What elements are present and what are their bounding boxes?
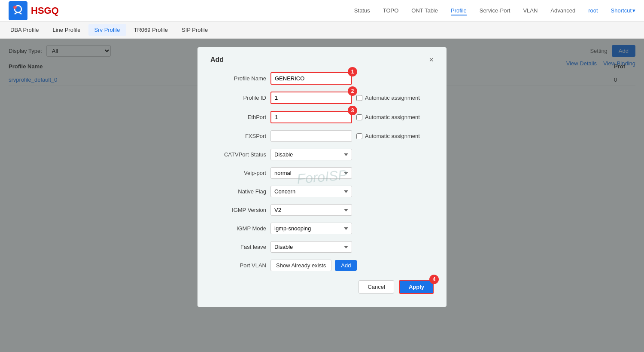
fxsport-label: FXSPort [210,133,266,139]
tab-tr069-profile[interactable]: TR069 Profile [128,24,174,36]
profile-id-input[interactable] [270,92,352,104]
catvport-select[interactable]: Disable Enable [270,149,352,160]
badge-3: 3 [348,106,357,115]
nav-advanced[interactable]: Advanced [550,6,575,15]
top-navigation: HSGQ Status TOPO ONT Table Profile Servi… [0,0,644,21]
modal-footer: Cancel Apply 4 [210,280,434,294]
profile-id-row: Profile ID 2 Automatic assignment [210,92,434,104]
profile-id-auto-label: Automatic assignment [365,95,420,101]
veipport-label: Veip-port [210,170,266,176]
nav-service-port[interactable]: Service-Port [480,6,510,15]
nav-vlan[interactable]: VLAN [523,6,538,15]
fxsport-row: FXSPort Automatic assignment [210,130,434,142]
modal-close-button[interactable]: × [429,56,434,64]
profile-id-auto-area: Automatic assignment [356,95,420,101]
ethport-auto-checkbox[interactable] [356,114,362,120]
port-vlan-area: Show Already exists Add [270,260,357,271]
catvport-row: CATVPort Status Disable Enable [210,149,434,160]
profile-id-label: Profile ID [210,95,266,101]
native-flag-label: Native Flag [210,188,266,195]
nav-profile[interactable]: Profile [451,6,467,15]
badge-2: 2 [348,86,357,96]
tab-dba-profile[interactable]: DBA Profile [4,24,45,36]
ethport-input[interactable] [270,111,352,123]
igmp-mode-row: IGMP Mode igmp-snooping igmp-proxy [210,223,434,234]
catvport-label: CATVPort Status [210,151,266,158]
main-content: Display Type: All Setting Add Profile Na… [0,39,644,352]
veipport-select[interactable]: normal other [270,167,352,179]
fast-leave-row: Fast leave Disable Enable [210,241,434,253]
igmp-version-label: IGMP Version [210,207,266,213]
svg-point-2 [13,6,17,9]
nav-shortcut[interactable]: Shortcut ▾ [611,7,635,14]
modal-overlay: ForoISP Add × Profile Name 1 Profile ID [0,39,644,352]
ethport-row: EthPort 3 Automatic assignment [210,111,434,123]
modal-header: Add × [210,56,434,64]
profile-name-input[interactable] [270,72,352,85]
svg-rect-0 [9,1,27,20]
fast-leave-label: Fast leave [210,244,266,250]
fxsport-auto-label: Automatic assignment [365,133,420,139]
fxsport-input[interactable] [270,130,352,142]
apply-button-wrapper: Apply 4 [399,280,434,294]
ethport-auto-area: Automatic assignment [356,114,420,120]
modal-title: Add [210,56,224,64]
igmp-version-select[interactable]: V2 V3 [270,204,352,216]
nav-status[interactable]: Status [354,6,370,15]
vlan-add-button[interactable]: Add [335,260,357,271]
tab-srv-profile[interactable]: Srv Profile [88,24,126,36]
apply-button[interactable]: Apply [399,280,434,294]
ethport-label: EthPort [210,114,266,120]
native-flag-select[interactable]: Concern Other [270,186,352,197]
badge-4: 4 [429,275,439,284]
fxsport-auto-checkbox[interactable] [356,133,362,139]
nav-ont-table[interactable]: ONT Table [411,6,438,15]
cancel-button[interactable]: Cancel [358,280,394,294]
profile-name-row: Profile Name 1 [210,72,434,85]
profile-id-field-wrapper: 2 [270,92,352,104]
logo-text: HSGQ [31,5,59,16]
igmp-version-row: IGMP Version V2 V3 [210,204,434,216]
ethport-auto-label: Automatic assignment [365,114,420,120]
tab-sip-profile[interactable]: SIP Profile [176,24,214,36]
logo-area: HSGQ [9,1,59,20]
native-flag-row: Native Flag Concern Other [210,186,434,197]
badge-1: 1 [348,67,357,77]
nav-user[interactable]: root [588,6,598,15]
veipport-row: Veip-port normal other [210,167,434,179]
igmp-mode-select[interactable]: igmp-snooping igmp-proxy [270,223,352,234]
fast-leave-select[interactable]: Disable Enable [270,241,352,253]
sub-tabs: DBA Profile Line Profile Srv Profile TR0… [0,21,644,39]
profile-name-label: Profile Name [210,75,266,82]
port-vlan-label: Port VLAN [210,262,266,269]
ethport-field-wrapper: 3 [270,111,352,123]
show-already-exists-button[interactable]: Show Already exists [270,260,331,271]
nav-items: Status TOPO ONT Table Profile Service-Po… [354,6,635,15]
igmp-mode-label: IGMP Mode [210,225,266,232]
fxsport-auto-area: Automatic assignment [356,133,420,139]
profile-id-auto-checkbox[interactable] [356,95,362,101]
modal-dialog: ForoISP Add × Profile Name 1 Profile ID [197,47,447,307]
port-vlan-row: Port VLAN Show Already exists Add [210,260,434,271]
tab-line-profile[interactable]: Line Profile [46,24,86,36]
hsgq-logo-icon [9,1,27,20]
profile-name-field-wrapper: 1 [270,72,352,85]
nav-topo[interactable]: TOPO [383,6,399,15]
